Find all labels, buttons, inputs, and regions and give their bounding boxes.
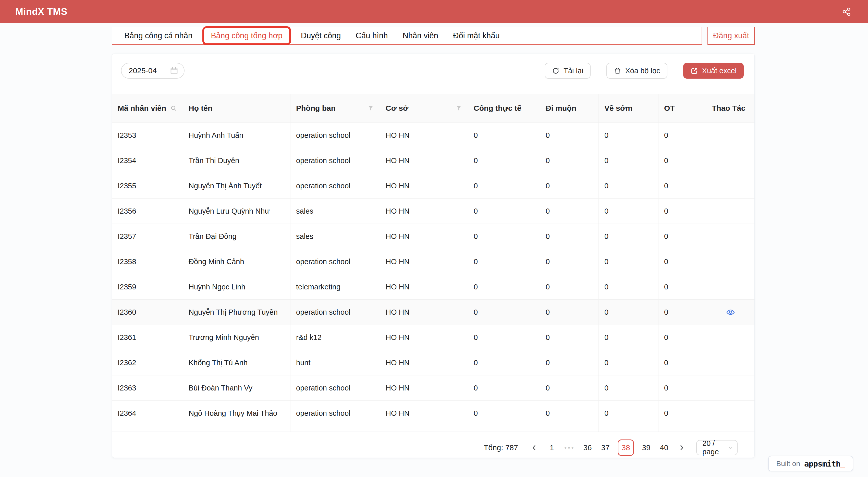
cell-muon: 0 [540, 299, 599, 325]
tab-bar: Bảng công cá nhânBảng công tổng hợpDuyệt… [112, 27, 755, 45]
cell-id: I2358 [112, 249, 183, 274]
column-label: Cơ sở [385, 104, 408, 113]
search-icon[interactable] [170, 105, 177, 112]
cell-name: Huỳnh Ngọc Linh [183, 274, 290, 299]
tab-bang-cong-tong-hop[interactable]: Bảng công tổng hợp [203, 26, 291, 45]
tab-group: Bảng công cá nhânBảng công tổng hợpDuyệt… [112, 27, 702, 45]
logout-button[interactable]: Đăng xuất [708, 27, 755, 45]
page-size-select[interactable]: 20 / page [696, 440, 738, 455]
export-excel-button[interactable]: Xuất excel [683, 63, 744, 78]
cell-site: HO HN [380, 325, 468, 350]
filter-icon[interactable] [455, 105, 462, 112]
appsmith-badge[interactable]: Built on appsmith _ [768, 456, 853, 471]
tab-bang-cong-ca-nhan[interactable]: Bảng công cá nhân [117, 31, 200, 40]
pagination-prev[interactable] [529, 441, 539, 455]
column-header-di-muon: Đi muộn [540, 94, 599, 123]
cell-ot: 0 [658, 249, 706, 274]
cell-site: HO HN [380, 123, 468, 148]
column-label: Đi muộn [546, 104, 576, 113]
cell-site: HO HN [380, 299, 468, 325]
reload-button[interactable]: Tải lại [545, 63, 590, 78]
pagination-page-38[interactable]: 38 [618, 440, 634, 456]
cell-cong: 0 [468, 224, 540, 249]
table-row-I2358: I2358Đồng Minh Cảnhoperation schoolHO HN… [112, 249, 754, 274]
cell-dept: r&d k12 [290, 325, 380, 350]
share-icon[interactable] [842, 7, 851, 16]
column-header-ma-nhan-vien: Mã nhân viên [112, 94, 183, 123]
cell-id: I2362 [112, 350, 183, 375]
cell-site: HO HN [380, 148, 468, 173]
cell-name: Trần Thị Duyên [183, 148, 290, 173]
cell-actions [706, 299, 755, 325]
column-header-co-so: Cơ sở [380, 94, 468, 123]
cell-id: I2354 [112, 148, 183, 173]
cell-empty [599, 426, 658, 432]
cell-ot: 0 [658, 274, 706, 299]
cell-dept: telemarketing [290, 274, 380, 299]
cell-muon: 0 [540, 325, 599, 350]
tab-nhan-vien[interactable]: Nhân viên [395, 31, 445, 40]
cell-site: HO HN [380, 173, 468, 198]
filter-icon[interactable] [367, 105, 374, 112]
page-size-value: 20 / page [702, 439, 728, 456]
cell-actions [706, 123, 755, 148]
cell-cong: 0 [468, 299, 540, 325]
cell-actions [706, 350, 755, 375]
cell-som: 0 [599, 198, 658, 224]
export-icon [690, 67, 698, 75]
cell-ot: 0 [658, 375, 706, 401]
cell-dept: hunt [290, 350, 380, 375]
cell-name: Ngô Hoàng Thụy Mai Thảo [183, 401, 290, 426]
cell-name: Trần Đại Đồng [183, 224, 290, 249]
cell-site: HO HN [380, 198, 468, 224]
cell-site: HO HN [380, 274, 468, 299]
table-row-I2356: I2356Nguyễn Lưu Quỳnh NhưsalesHO HN0000 [112, 198, 754, 224]
cell-name: Nguyễn Thị Ánh Tuyết [183, 173, 290, 198]
cell-id: I2359 [112, 274, 183, 299]
toolbar: 2025-04 Tải lại Xóa b [112, 54, 754, 78]
cell-ot: 0 [658, 350, 706, 375]
pagination-page-36[interactable]: 36 [582, 441, 593, 455]
column-label: Phòng ban [296, 104, 336, 113]
tab-duyet-cong[interactable]: Duyệt công [293, 31, 348, 40]
cell-dept: operation school [290, 249, 380, 274]
clear-filter-button[interactable]: Xóa bộ lọc [607, 63, 668, 78]
calendar-icon [170, 66, 178, 75]
cell-empty [112, 426, 183, 432]
cell-actions [706, 198, 755, 224]
cell-cong: 0 [468, 123, 540, 148]
tab-cau-hinh[interactable]: Cấu hình [348, 31, 395, 40]
table-row-I2361: I2361Trương Minh Nguyênr&d k12HO HN0000 [112, 325, 754, 350]
cell-id: I2357 [112, 224, 183, 249]
cell-site: HO HN [380, 375, 468, 401]
column-header-ot: OT [658, 94, 706, 123]
cell-cong: 0 [468, 274, 540, 299]
tab-doi-mat-khau[interactable]: Đổi mật khẩu [445, 31, 507, 40]
cell-muon: 0 [540, 198, 599, 224]
pagination-page-37[interactable]: 37 [600, 441, 611, 455]
cell-site: HO HN [380, 401, 468, 426]
cell-empty [658, 426, 706, 432]
pagination-page-1[interactable]: 1 [546, 441, 557, 455]
cell-ot: 0 [658, 123, 706, 148]
pagination-ellipsis[interactable]: ••• [564, 444, 575, 451]
pagination-page-39[interactable]: 39 [641, 441, 652, 455]
pagination-total: Tổng: 787 [484, 443, 518, 452]
cell-muon: 0 [540, 274, 599, 299]
month-picker[interactable]: 2025-04 [121, 63, 185, 78]
cell-name: Huỳnh Anh Tuấn [183, 123, 290, 148]
pagination-next[interactable] [676, 441, 687, 455]
cell-actions [706, 401, 755, 426]
table-row-partial [112, 426, 754, 432]
table-row-I2362: I2362Khổng Thị Tú AnhhuntHO HN0000 [112, 350, 754, 375]
view-detail-eye-icon[interactable] [726, 308, 735, 317]
content-card: 2025-04 Tải lại Xóa b [112, 54, 755, 458]
cell-name: Bùi Đoàn Thanh Vy [183, 375, 290, 401]
cell-site: HO HN [380, 224, 468, 249]
cell-actions [706, 249, 755, 274]
cell-ot: 0 [658, 224, 706, 249]
table-row-I2355: I2355Nguyễn Thị Ánh Tuyếtoperation schoo… [112, 173, 754, 198]
cell-cong: 0 [468, 325, 540, 350]
pagination-page-40[interactable]: 40 [658, 441, 670, 455]
cell-cong: 0 [468, 375, 540, 401]
